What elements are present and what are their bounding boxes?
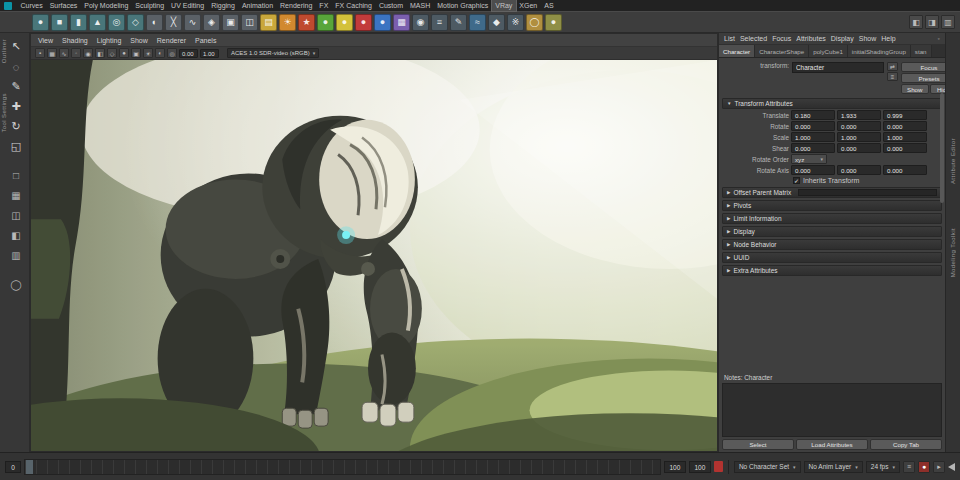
scale-tool[interactable]: ◱ — [6, 137, 26, 156]
menu-curves[interactable]: Curves — [17, 0, 46, 11]
lighting-icon[interactable]: ☀ — [143, 48, 153, 58]
vray-material-icon[interactable]: ● — [545, 14, 562, 31]
area-light-icon[interactable]: ▤ — [260, 14, 277, 31]
dock-tab-attribute-editor[interactable]: Attribute Editor — [950, 138, 956, 184]
rotate-order-dropdown[interactable]: xyz ▾ — [791, 154, 827, 164]
section-display[interactable]: ▶ Display — [722, 226, 942, 237]
dock-tab-modeling-toolkit[interactable]: Modeling Toolkit — [950, 228, 956, 277]
material-green-icon[interactable]: ● — [317, 14, 334, 31]
curve-snap-icon[interactable]: ∿ — [59, 48, 69, 58]
ae-menu-list[interactable]: List — [724, 35, 735, 42]
isolate-select-icon[interactable]: ◧ — [95, 48, 105, 58]
scale-z-field[interactable]: 1.000 — [883, 132, 927, 142]
sculpt-tool-icon[interactable]: ◈ — [203, 14, 220, 31]
exposure-field[interactable]: 0.00 — [179, 49, 198, 58]
section-node-behavior[interactable]: ▶ Node Behavior — [722, 239, 942, 250]
rotate-axis-z-field[interactable]: 0.000 — [883, 165, 927, 175]
menu-poly-modeling[interactable]: Poly Modeling — [81, 0, 132, 11]
poly-torus-icon[interactable]: ◎ — [108, 14, 125, 31]
scale-x-field[interactable]: 1.000 — [791, 132, 835, 142]
anim-layer-dropdown[interactable]: No Anim Layer ▾ — [804, 461, 863, 473]
quad-draw-icon[interactable]: ▣ — [222, 14, 239, 31]
menu-animation[interactable]: Animation — [238, 0, 276, 11]
playhead[interactable] — [26, 460, 33, 474]
section-pivots[interactable]: ▶ Pivots — [722, 200, 942, 211]
single-pane-layout-button[interactable]: □ — [6, 166, 26, 185]
ae-tab-character[interactable]: Character — [719, 45, 755, 57]
node-list-icon[interactable]: ≡ — [887, 72, 898, 81]
playback-options-icon[interactable]: ▸ — [933, 461, 945, 473]
zoom-tool[interactable]: ◯ — [6, 275, 26, 294]
rotate-z-field[interactable]: 0.000 — [883, 121, 927, 131]
select-by-hierarchy-icon[interactable]: ▪ — [35, 48, 45, 58]
grid-snap-icon[interactable]: ▦ — [47, 48, 57, 58]
three-pane-layout-button[interactable]: ◧ — [6, 226, 26, 245]
point-snap-icon[interactable]: ◦ — [71, 48, 81, 58]
curve-tool-icon[interactable]: ∿ — [184, 14, 201, 31]
menu-fx-caching[interactable]: FX Caching — [332, 0, 376, 11]
edit-mesh-icon[interactable]: ◐ — [146, 14, 163, 31]
poly-cone-icon[interactable]: ▲ — [89, 14, 106, 31]
translate-z-field[interactable]: 0.999 — [883, 110, 927, 120]
offset-parent-matrix-field[interactable] — [798, 189, 937, 196]
menu-motion-graphics[interactable]: Motion Graphics — [434, 0, 492, 11]
current-frame-field[interactable]: 0 — [5, 461, 21, 473]
pin-icon[interactable]: ◦ — [938, 35, 940, 42]
material-red-icon[interactable]: ● — [355, 14, 372, 31]
notes-textarea[interactable] — [722, 383, 942, 437]
menu-uv-editing[interactable]: UV Editing — [168, 0, 208, 11]
playback-end-field[interactable]: 100 — [664, 461, 686, 473]
viewport-render[interactable] — [31, 60, 717, 451]
menu-fx[interactable]: FX — [316, 0, 332, 11]
ae-tab-stan[interactable]: stan — [911, 45, 932, 57]
ao-icon[interactable]: ◎ — [167, 48, 177, 58]
shadows-icon[interactable]: ◐ — [155, 48, 165, 58]
auto-key-icon[interactable]: ● — [918, 461, 930, 473]
menu-vray[interactable]: VRay — [492, 0, 516, 11]
menu-as[interactable]: AS — [541, 0, 557, 11]
render-icon[interactable]: ◉ — [412, 14, 429, 31]
move-tool[interactable]: ✚ — [6, 97, 26, 116]
vp-menu-lighting[interactable]: Lighting — [97, 37, 122, 44]
ae-menu-selected[interactable]: Selected — [740, 35, 767, 42]
select-tool[interactable]: ↖ — [6, 37, 26, 56]
rotate-x-field[interactable]: 0.000 — [791, 121, 835, 131]
vp-menu-show[interactable]: Show — [130, 37, 148, 44]
xgen-icon[interactable]: ※ — [507, 14, 524, 31]
two-pane-layout-button[interactable]: ◫ — [6, 206, 26, 225]
speaker-icon[interactable] — [948, 463, 955, 471]
anim-preferences-icon[interactable]: ≡ — [903, 461, 915, 473]
translate-y-field[interactable]: 1.933 — [837, 110, 881, 120]
inherits-transform-checkbox[interactable]: ✓ — [793, 177, 800, 184]
texture-checker-icon[interactable]: ▦ — [393, 14, 410, 31]
menu-rendering[interactable]: Rendering — [277, 0, 316, 11]
menu-rigging[interactable]: Rigging — [208, 0, 239, 11]
ae-tab-polycube1[interactable]: polyCube1 — [809, 45, 848, 57]
material-blue-icon[interactable]: ● — [374, 14, 391, 31]
dome-light-icon[interactable]: ◯ — [526, 14, 543, 31]
vp-menu-renderer[interactable]: Renderer — [157, 37, 186, 44]
textured-icon[interactable]: ▣ — [131, 48, 141, 58]
paint-effects-icon[interactable]: ✎ — [450, 14, 467, 31]
camera-icon[interactable]: ◉ — [83, 48, 93, 58]
ae-tab-initialshadinggroup[interactable]: initialShadingGroup — [848, 45, 911, 57]
toggle-tool-settings-icon[interactable]: ◧ — [909, 15, 923, 29]
material-yellow-icon[interactable]: ● — [336, 14, 353, 31]
swap-node-icon[interactable]: ⇄ — [887, 62, 898, 71]
poly-cube-icon[interactable]: ■ — [51, 14, 68, 31]
toggle-channel-box-icon[interactable]: ▥ — [941, 15, 955, 29]
shear-x-field[interactable]: 0.000 — [791, 143, 835, 153]
multi-cut-icon[interactable]: ╳ — [165, 14, 182, 31]
copy-tab-button[interactable]: Copy Tab — [870, 439, 942, 450]
vp-menu-shading[interactable]: Shading — [62, 37, 88, 44]
fps-dropdown[interactable]: 24 fps ▾ — [866, 461, 900, 473]
mirror-icon[interactable]: ◫ — [241, 14, 258, 31]
toggle-attribute-editor-icon[interactable]: ◨ — [925, 15, 939, 29]
select-button[interactable]: Select — [722, 439, 794, 450]
gamma-field[interactable]: 1.00 — [200, 49, 219, 58]
point-light-icon[interactable]: ☀ — [279, 14, 296, 31]
menu-sculpting[interactable]: Sculpting — [132, 0, 168, 11]
ae-menu-display[interactable]: Display — [831, 35, 854, 42]
menu-mash[interactable]: MASH — [407, 0, 434, 11]
ae-menu-attributes[interactable]: Attributes — [796, 35, 826, 42]
